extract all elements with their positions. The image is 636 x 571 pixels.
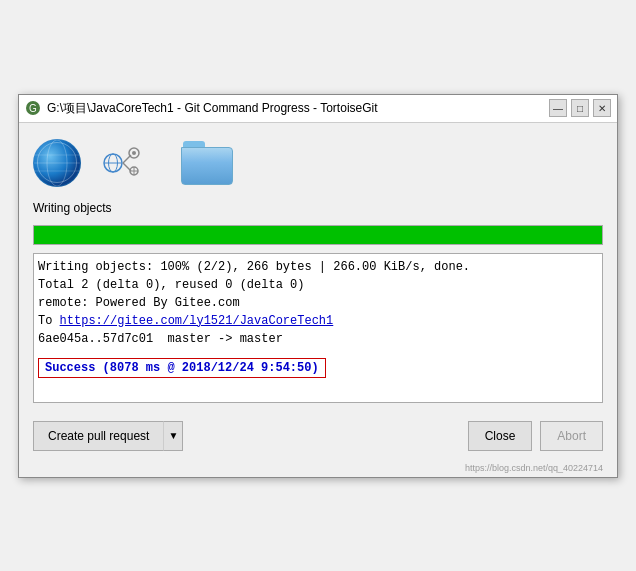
status-label: Writing objects <box>33 201 603 215</box>
pull-request-dropdown-button[interactable]: ▼ <box>163 421 183 451</box>
repo-link[interactable]: https://gitee.com/ly1521/JavaCoreTech1 <box>60 314 334 328</box>
title-bar-controls: — □ ✕ <box>549 99 611 117</box>
output-box[interactable]: Writing objects: 100% (2/2), 266 bytes |… <box>33 253 603 403</box>
footer-buttons: Create pull request ▼ Close Abort <box>19 413 617 463</box>
dropdown-arrow-icon: ▼ <box>168 430 178 441</box>
title-bar: G G:\项目\JavaCoreTech1 - Git Command Prog… <box>19 95 617 123</box>
progress-bar-container <box>33 225 603 245</box>
close-button[interactable]: ✕ <box>593 99 611 117</box>
output-line-3: remote: Powered By Gitee.com <box>38 294 598 312</box>
window-title: G:\项目\JavaCoreTech1 - Git Command Progre… <box>47 100 378 117</box>
svg-point-13 <box>132 151 136 155</box>
output-line-4: To https://gitee.com/ly1521/JavaCoreTech… <box>38 312 598 330</box>
main-window: G G:\项目\JavaCoreTech1 - Git Command Prog… <box>18 94 618 478</box>
progress-bar-fill <box>34 226 602 244</box>
network-gear-icon <box>101 143 141 183</box>
globe-icon <box>33 139 81 187</box>
close-button[interactable]: Close <box>468 421 533 451</box>
output-line-2: Total 2 (delta 0), reused 0 (delta 0) <box>38 276 598 294</box>
watermark: https://blog.csdn.net/qq_40224714 <box>19 463 617 477</box>
success-box: Success (8078 ms @ 2018/12/24 9:54:50) <box>38 358 326 378</box>
output-line-1: Writing objects: 100% (2/2), 266 bytes |… <box>38 258 598 276</box>
output-line-5: 6ae045a..57d7c01 master -> master <box>38 330 598 348</box>
icons-row <box>33 133 603 193</box>
title-bar-left: G G:\项目\JavaCoreTech1 - Git Command Prog… <box>25 100 378 117</box>
folder-body <box>181 147 233 185</box>
window-icon: G <box>25 100 41 116</box>
minimize-button[interactable]: — <box>549 99 567 117</box>
content-area: Writing objects Writing objects: 100% (2… <box>19 123 617 413</box>
success-text: Success (8078 ms @ 2018/12/24 9:54:50) <box>45 361 319 375</box>
maximize-button[interactable]: □ <box>571 99 589 117</box>
svg-point-2 <box>34 140 80 186</box>
footer-right: Close Abort <box>468 421 603 451</box>
abort-button[interactable]: Abort <box>540 421 603 451</box>
success-container: Success (8078 ms @ 2018/12/24 9:54:50) <box>38 354 598 378</box>
create-pull-request-button[interactable]: Create pull request <box>33 421 163 451</box>
svg-text:G: G <box>29 103 37 114</box>
folder-icon <box>181 141 233 185</box>
footer-left: Create pull request ▼ <box>33 421 183 451</box>
svg-point-3 <box>47 140 67 186</box>
